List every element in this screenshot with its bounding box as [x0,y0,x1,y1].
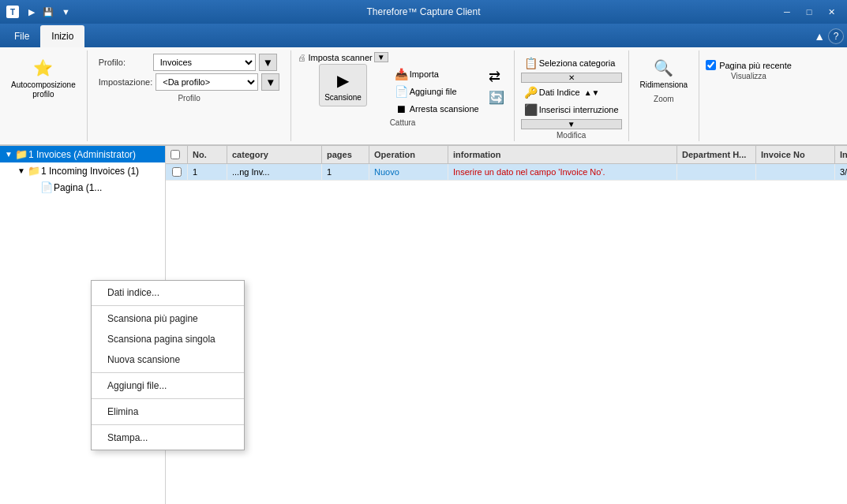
row-checkbox[interactable] [172,167,182,177]
ridimensiona-label: Ridimensiona [640,80,688,90]
cattura-group-label: Cattura [298,118,507,127]
autocomposizione-profilo-btn[interactable]: ⭐ Autocomposizione profilo [6,52,81,103]
group-cattura: 🖨 Imposta scanner ▼ ▶ Scansione 📥 Import… [291,50,514,141]
group-modifica: 📋 Seleziona categoria ✕ 🔑 Dati Indice ▲▼… [515,50,629,141]
ctx-stampa[interactable]: Stampa... [92,427,244,448]
group-zoom: 🔍 Ridimensiona Zoom [629,50,700,141]
table-row[interactable]: 1 ...ng Inv... 1 Nuovo Inserire un dato … [166,164,847,181]
dati-indice-btn[interactable]: 🔑 Dati Indice ▲▼ [521,84,622,100]
folder-icon-incoming: 📁 [27,165,41,177]
dati-label: Dati Indice [539,88,580,97]
quick-access-dropdown[interactable]: ▼ [58,6,73,18]
group-profilo: Profilo: Invoices ▼ Impostazione: <Da pr… [88,50,292,141]
imposta-dropdown[interactable]: ▼ [374,52,388,62]
table-row-area: 1 ...ng Inv... 1 Nuovo Inserire un dato … [166,164,847,504]
cattura-btn2[interactable]: 🔄 [485,88,508,106]
seleziona-label: Seleziona categoria [539,58,616,68]
cattura-items: 🖨 Imposta scanner ▼ ▶ Scansione 📥 Import… [298,52,507,117]
ctx-dati-indice[interactable]: Dati indice... [92,282,244,303]
pagina-recente-label: Pagina più recente [719,61,792,70]
quick-access-btn-1[interactable]: ▶ [25,6,38,19]
td-dept [677,164,756,180]
th-no[interactable]: No. [188,146,227,163]
impostazione-select[interactable]: <Da profilo> [156,73,258,91]
modifica-items: 📋 Seleziona categoria ✕ 🔑 Dati Indice ▲▼… [521,52,622,129]
ctx-aggiungi-file[interactable]: Aggiungi file... [92,375,244,396]
expander-root: ▼ [3,150,14,159]
autocomposizione-label: Autocomposizione profilo [11,80,76,99]
th-pages[interactable]: pages [322,146,369,163]
scansione-icon: ▶ [331,68,356,93]
seleziona-dropdown[interactable]: ✕ [521,73,622,83]
tab-file[interactable]: File [3,25,40,47]
impostazione-row: Impostazione: <Da profilo> ▼ [99,73,280,91]
pagina-recente-checkbox[interactable] [706,60,716,70]
modifica-group-label: Modifica [521,131,622,140]
group-visualizza: Pagina più recente Visualizza [699,50,798,141]
title-bar: T ▶ 💾 ▼ Therefore™ Capture Client ─ □ ✕ [0,0,847,24]
header-checkbox[interactable] [171,150,180,159]
quick-access-btn-2[interactable]: 💾 [39,6,57,19]
imposta-icon: 🖨 [298,53,306,62]
tree-item-root[interactable]: ▼ 📁 1 Invoices (Administrator) [0,146,165,162]
th-operation[interactable]: Operation [369,146,448,163]
profilo-select[interactable]: Invoices [153,54,256,71]
group-autocomposizione: ⭐ Autocomposizione profilo [0,50,88,141]
help-button[interactable]: ? [828,28,844,44]
profilo-dropdown-btn[interactable]: ▼ [259,54,277,71]
title-bar-left: T ▶ 💾 ▼ [6,6,73,19]
impostazione-dropdown-btn[interactable]: ▼ [261,73,279,91]
th-information[interactable]: information [448,146,677,163]
th-dept[interactable]: Department H... [677,146,756,163]
tree-item-pagina[interactable]: 📄 Pagina (1... [0,179,165,196]
ctx-nuova-scansione[interactable]: Nuova scansione [92,349,244,370]
close-button[interactable]: ✕ [822,4,841,20]
tree-item-incoming[interactable]: ▼ 📁 1 Incoming Invoices (1) [0,162,165,179]
arresta-scansione-btn[interactable]: ⏹ Arresta scansione [392,101,482,117]
seleziona-icon: 📋 [524,57,537,69]
ribbon-tab-bar: File Inizio ▲ ? [0,24,847,47]
ctx-scansiona-pagina-singola[interactable]: Scansiona pagina singola [92,329,244,349]
doc-icon-pagina: 📄 [39,181,54,193]
ridimensiona-icon: 🔍 [651,55,676,80]
importa-btn[interactable]: 📥 Importa [392,66,482,82]
cattura-btn1[interactable]: ⇄ [485,66,508,87]
cattura-right: 📥 Importa 📄 Aggiungi file ⏹ Arresta scan… [392,52,482,117]
window-controls: ─ □ ✕ [778,4,841,20]
zoom-group-label: Zoom [635,95,693,103]
aggiungi-file-icon: 📄 [395,85,407,98]
profilo-group-label: Profilo [94,94,285,103]
content-area: No. category pages Operation information… [166,146,847,504]
profilo-label: Profilo: [99,58,150,67]
ctx-scansiona-piu-pagine[interactable]: Scansiona più pagine [92,308,244,329]
td-no: 1 [188,164,227,180]
inserisci-dropdown[interactable]: ▼ [521,119,622,129]
td-checkbox[interactable] [166,164,188,180]
td-invoicedate: 3/6/2017 [835,164,847,180]
tree-label-pagina: Pagina (1... [54,182,102,193]
maximize-button[interactable]: □ [800,4,819,20]
impostazione-label: Impostazione: [99,77,152,87]
cattura-extra: ⇄ 🔄 [485,52,508,106]
td-invoiceno [756,164,835,180]
imposta-scanner-label: Imposta scanner [308,53,372,62]
tree-label-incoming: 1 Incoming Invoices (1) [41,166,139,177]
ctx-sep-2 [92,372,244,373]
aggiungi-file-btn[interactable]: 📄 Aggiungi file [392,84,482,99]
tree-label-root: 1 Invoices (Administrator) [28,149,136,160]
th-checkbox[interactable] [166,146,188,163]
seleziona-categoria-btn[interactable]: 📋 Seleziona categoria [521,55,622,71]
ribbon-collapse-btn[interactable]: ▲ [814,30,825,43]
th-invoiceno[interactable]: Invoice No [756,146,835,163]
scansione-btn[interactable]: ▶ Scansione [319,64,367,106]
minimize-button[interactable]: ─ [778,4,796,20]
th-category[interactable]: category [227,146,322,163]
ridimensiona-btn[interactable]: 🔍 Ridimensiona [635,52,693,93]
dati-icon: 🔑 [524,86,537,99]
ribbon-body: ⭐ Autocomposizione profilo Profilo: Invo… [0,47,847,145]
ribbon: File Inizio ▲ ? ⭐ Autocomposizione profi… [0,24,847,146]
th-invoicedate[interactable]: Invoice Date [835,146,847,163]
ctx-elimina[interactable]: Elimina [92,401,244,422]
inserisci-interruzione-btn[interactable]: ⬛ Inserisci interruzione [521,102,622,118]
tab-inizio[interactable]: Inizio [40,25,84,47]
